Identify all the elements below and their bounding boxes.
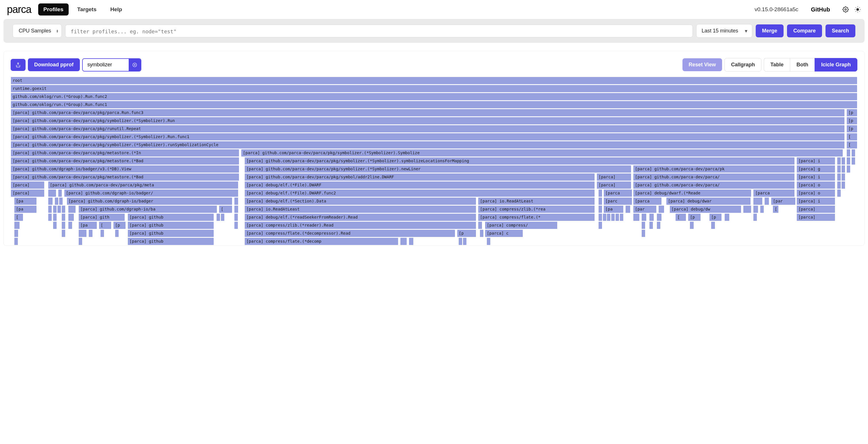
flame-frame[interactable]	[478, 221, 482, 229]
flame-frame[interactable]	[100, 229, 104, 237]
flame-frame[interactable]	[657, 213, 662, 221]
flame-frame[interactable]	[48, 197, 53, 205]
flame-frame[interactable]: [parca] gith	[79, 213, 125, 221]
flame-frame[interactable]	[841, 157, 845, 165]
filter-input[interactable]	[65, 25, 693, 37]
flame-frame[interactable]: [parca] debug/elf.(*Section).Data	[244, 197, 476, 205]
flame-frame[interactable]	[68, 205, 76, 213]
flame-frame[interactable]	[611, 213, 615, 221]
flame-frame[interactable]	[458, 237, 462, 245]
flame-frame[interactable]: [parca] github.com/parca-dev/parca/pkg/m…	[11, 157, 239, 165]
nav-profiles[interactable]: Profiles	[38, 3, 69, 15]
flame-frame[interactable]: [par	[633, 205, 657, 213]
flame-frame[interactable]	[743, 205, 751, 213]
theme-icon[interactable]	[854, 6, 861, 13]
flame-frame[interactable]	[61, 213, 65, 221]
flame-frame[interactable]	[711, 221, 715, 229]
flame-frame[interactable]: [pa	[79, 221, 97, 229]
flame-frame[interactable]	[598, 189, 602, 197]
clear-search-button[interactable]	[129, 59, 141, 71]
flame-frame[interactable]: [parca] o	[797, 181, 836, 189]
flame-frame[interactable]	[625, 205, 630, 213]
flame-frame[interactable]	[658, 205, 664, 213]
flame-frame[interactable]	[753, 205, 758, 213]
profile-type-select[interactable]: CPU Samples ▴▾	[13, 24, 62, 38]
reset-view-button[interactable]: Reset View	[682, 58, 722, 71]
flame-frame[interactable]	[598, 213, 602, 221]
flame-frame[interactable]	[68, 221, 72, 229]
flame-frame[interactable]: [	[846, 133, 857, 141]
flame-frame[interactable]: [parca] github.com/parca-dev/parca/pk	[633, 165, 795, 173]
flame-frame[interactable]	[615, 213, 619, 221]
flame-frame[interactable]	[837, 157, 841, 165]
flame-frame[interactable]: [parca]	[797, 213, 836, 221]
github-link[interactable]: GitHub	[811, 6, 830, 13]
flame-frame[interactable]: [parca] github.com/parca-dev/parca/pkg/s…	[11, 141, 845, 149]
flame-frame[interactable]	[607, 213, 611, 221]
flame-frame[interactable]: [parca] compress/	[485, 221, 558, 229]
flame-frame[interactable]	[641, 213, 647, 221]
flame-frame[interactable]	[841, 173, 845, 181]
view-both-button[interactable]: Both	[790, 58, 814, 71]
flame-frame[interactable]	[409, 237, 414, 245]
flame-frame[interactable]	[234, 205, 239, 213]
flame-frame[interactable]: [p	[457, 229, 476, 237]
flame-frame[interactable]: [pa	[603, 205, 624, 213]
flame-frame[interactable]: [parca] i	[797, 157, 836, 165]
flame-frame[interactable]: [parca	[603, 189, 632, 197]
flame-frame[interactable]: github.com/oklog/run.(*Group).Run.func1	[11, 101, 857, 108]
flame-frame[interactable]	[649, 221, 653, 229]
flame-frame[interactable]: [parca] debug/dw	[670, 205, 742, 213]
gear-icon[interactable]	[842, 6, 849, 13]
flame-frame[interactable]: [p	[709, 213, 722, 221]
flame-frame[interactable]: [parca] compress/zlib.(*rea	[478, 205, 595, 213]
flame-frame[interactable]	[760, 205, 764, 213]
flame-frame[interactable]: [p	[846, 109, 857, 117]
flame-frame[interactable]	[846, 157, 850, 165]
flame-frame[interactable]: [par	[771, 197, 795, 205]
flame-frame[interactable]	[61, 221, 65, 229]
flame-frame[interactable]	[837, 165, 841, 173]
search-button[interactable]: Search	[826, 24, 855, 37]
flame-frame[interactable]: [parca] compress/flate.(*decomp	[244, 237, 399, 245]
flame-frame[interactable]: [pa	[14, 205, 37, 213]
view-icicle-button[interactable]: Icicle Graph	[814, 58, 857, 71]
flame-frame[interactable]: [parca] debug/dwarf.(*Reade	[633, 189, 752, 197]
flame-frame[interactable]: [parca] github.com/parca-dev/parca/	[633, 181, 795, 189]
view-table-button[interactable]: Table	[764, 58, 790, 71]
flame-frame[interactable]	[234, 213, 238, 221]
flame-frame[interactable]	[837, 181, 841, 189]
flame-frame[interactable]: [parca] github	[127, 237, 214, 245]
flame-frame[interactable]	[649, 213, 654, 221]
flame-frame[interactable]: [parca] github.com/parca-dev/parca/pkg/s…	[244, 173, 595, 181]
flame-frame[interactable]: [parca] i	[797, 197, 836, 205]
flame-frame[interactable]: [	[773, 205, 779, 213]
flame-frame[interactable]	[598, 205, 602, 213]
flame-frame[interactable]	[837, 173, 841, 181]
flame-frame[interactable]: [parca] i	[797, 173, 836, 181]
flame-frame[interactable]	[851, 157, 855, 165]
flame-frame[interactable]	[620, 213, 624, 221]
flame-frame[interactable]	[841, 165, 845, 173]
flame-frame[interactable]	[851, 149, 855, 157]
flame-frame[interactable]	[837, 189, 841, 197]
flame-frame[interactable]	[53, 221, 57, 229]
flame-frame[interactable]: [	[846, 141, 857, 149]
flame-frame[interactable]: [parca	[753, 189, 795, 197]
flame-frame[interactable]: [parc	[603, 197, 632, 205]
flame-frame[interactable]: [parca] github	[127, 229, 214, 237]
flame-frame[interactable]	[61, 229, 65, 237]
flame-frame[interactable]: [parca] github.com/parca-dev/parca/pkg/s…	[11, 117, 845, 125]
flame-frame[interactable]	[841, 181, 845, 189]
flame-frame[interactable]	[641, 229, 645, 237]
flame-frame[interactable]	[221, 213, 225, 221]
flame-frame[interactable]	[753, 197, 762, 205]
flame-frame[interactable]: [parca] debug/elf.(*File).DWARF.func2	[244, 189, 595, 197]
flame-frame[interactable]: [parca] compress/flate.(*	[478, 213, 595, 221]
time-range-select[interactable]: Last 15 minutes	[696, 24, 752, 38]
flame-frame[interactable]: [parca] github	[127, 221, 214, 229]
flame-frame[interactable]	[53, 205, 57, 213]
flame-frame[interactable]	[79, 229, 87, 237]
flame-frame[interactable]: [p	[688, 213, 701, 221]
flame-frame[interactable]	[764, 197, 770, 205]
